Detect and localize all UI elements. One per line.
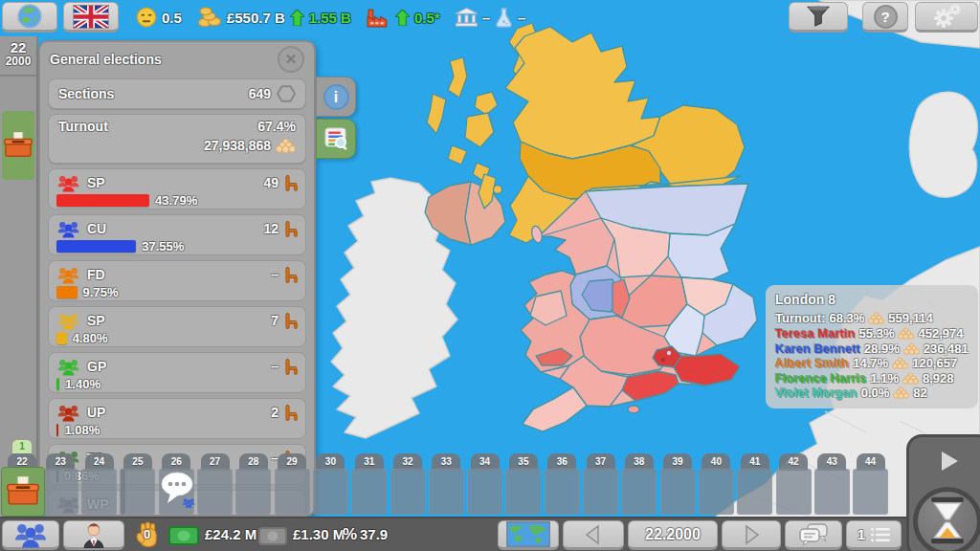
next-week-button[interactable] — [722, 520, 781, 550]
hourglass-button[interactable] — [913, 487, 980, 551]
timeline-week-cell[interactable] — [699, 469, 734, 515]
play-button[interactable] — [932, 447, 967, 475]
timeline-week-cell[interactable] — [853, 469, 888, 515]
timeline-week-cell[interactable] — [43, 469, 78, 515]
candidate-votes: 452,974 — [918, 326, 963, 341]
info-icon: i — [323, 84, 349, 110]
candidate-votes: 82 — [913, 386, 926, 400]
info-tab[interactable]: i — [316, 77, 356, 117]
tasks-button[interactable]: 1 — [846, 520, 902, 550]
speech-bubble-icon — [159, 469, 197, 515]
timeline-week-cell[interactable] — [467, 469, 502, 515]
timeline-week-cell[interactable] — [390, 469, 426, 515]
timeline-week-cell[interactable] — [814, 469, 850, 515]
messages-button[interactable] — [785, 520, 842, 550]
timeline-speech-event[interactable] — [159, 469, 197, 515]
party-vote-percent: 9.75% — [83, 285, 119, 299]
help-button[interactable]: ? — [862, 2, 908, 33]
party-row[interactable]: FD – 9.75% — [48, 260, 306, 301]
timeline-week-cell[interactable] — [197, 469, 233, 515]
voters-icon — [868, 312, 884, 324]
timeline-week-cell[interactable] — [776, 469, 812, 515]
list-icon — [871, 527, 890, 542]
party-seats: 7 — [271, 313, 278, 328]
timeline-week-cell[interactable] — [120, 469, 155, 515]
country-stats: 0.5 £550.7 B 1.55 B 0.5* — [136, 0, 525, 34]
timeline-week-cell[interactable] — [583, 469, 618, 515]
timeline-election-cell[interactable] — [1, 467, 45, 517]
timeline-week-cell[interactable] — [621, 469, 657, 515]
sections-label: Sections — [58, 86, 114, 101]
timeline-week-cell[interactable] — [429, 469, 464, 515]
world-button[interactable] — [2, 2, 57, 33]
candidate-name: Karen Bennett — [775, 342, 860, 356]
turnout-row: Turnout 67.4% 27,938,868 — [48, 114, 306, 164]
gear-icon — [931, 3, 962, 30]
bank-icon — [456, 8, 478, 27]
chat-bubbles-icon — [798, 523, 829, 546]
party-seats: – — [271, 267, 278, 282]
panel-title: General elections — [50, 52, 278, 67]
citizens-icon — [12, 521, 49, 548]
seat-icon — [285, 405, 298, 421]
leader-button[interactable] — [63, 520, 124, 550]
timeline-week-cell[interactable] — [313, 469, 348, 515]
left-arrow-icon — [584, 524, 603, 545]
party-row[interactable]: CU 12 37.55% — [48, 214, 306, 255]
ballot-box-icon — [7, 476, 39, 507]
party-vote-bar — [56, 378, 59, 390]
money-icon — [197, 7, 222, 28]
current-week: 22 — [0, 40, 36, 55]
party-vote-percent: 1.40% — [65, 377, 100, 391]
up-arrow-icon — [395, 10, 410, 26]
uk-flag-icon — [73, 5, 109, 29]
close-icon[interactable]: ✕ — [278, 46, 304, 73]
filter-button[interactable] — [789, 2, 848, 33]
country-flag-button[interactable] — [63, 2, 119, 33]
seat-icon — [285, 267, 298, 283]
timeline-week-cell[interactable] — [351, 469, 387, 515]
party-row[interactable]: UP 2 1.08% — [48, 398, 306, 439]
party-seats: 2 — [271, 405, 278, 420]
candidate-pct: 0.0% — [861, 386, 890, 400]
sections-row: Sections 649 — [48, 78, 306, 109]
party-row[interactable]: SP 7 4.80% — [48, 306, 306, 347]
happiness-icon — [136, 7, 157, 28]
globe-icon — [16, 3, 43, 30]
sections-value: 649 — [249, 86, 271, 101]
timeline-week-cell[interactable] — [275, 469, 310, 515]
prev-week-button[interactable] — [563, 520, 624, 550]
hexagon-icon — [277, 85, 296, 102]
people-icon — [183, 498, 195, 508]
voters-icon — [893, 386, 909, 399]
election-event-marker[interactable] — [2, 111, 34, 180]
tooltip-turnout-pct: 68.3% — [829, 311, 864, 325]
turnout-pct: 67.4% — [257, 119, 296, 134]
timeline-week-cell[interactable] — [505, 469, 541, 515]
timeline-week-cell[interactable] — [235, 469, 271, 515]
timeline-week-cell[interactable] — [660, 469, 696, 515]
party-code: SP — [87, 175, 256, 190]
settings-button[interactable] — [915, 2, 978, 33]
party-vote-percent: 4.80% — [73, 331, 108, 345]
world-map-button[interactable] — [498, 520, 559, 550]
population-button[interactable] — [2, 520, 59, 550]
cash-value: £24.2 M — [205, 518, 256, 551]
party-vote-percent: 37.55% — [142, 239, 184, 253]
results-report-tab[interactable] — [316, 119, 356, 159]
party-row[interactable]: GP – 1.40% — [48, 352, 306, 393]
date-value: 22.2000 — [645, 526, 701, 543]
treasury-value: £550.7 B — [227, 10, 285, 26]
question-icon: ? — [874, 5, 898, 29]
funnel-icon — [807, 6, 830, 27]
party-row[interactable]: SP 49 43.79% — [48, 168, 306, 209]
party-vote-bar — [56, 194, 149, 207]
timeline-week-cell[interactable] — [545, 469, 580, 515]
timeline-week-cell[interactable] — [81, 469, 117, 515]
play-icon — [939, 450, 960, 473]
party-vote-percent: 1.08% — [64, 423, 100, 437]
game-screen: London 8 Turnout: 68.3% 559,114 Teresa M… — [0, 0, 980, 551]
timeline-week-cell[interactable] — [737, 469, 772, 515]
right-arrow-icon — [742, 524, 761, 545]
candidate-row: Karen Bennett 28.9% 236,481 — [775, 342, 969, 357]
